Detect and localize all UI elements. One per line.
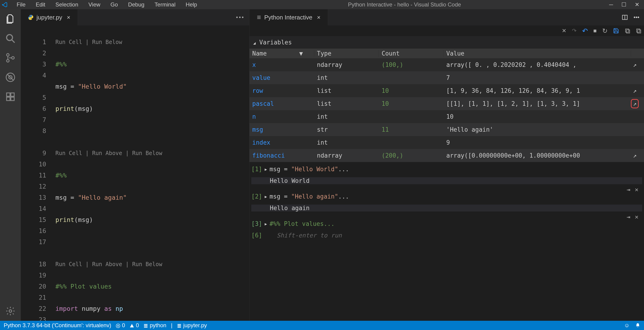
svg-line-1: [12, 40, 15, 43]
overflow-icon[interactable]: •••: [634, 14, 640, 21]
vscode-logo-icon: [0, 2, 9, 8]
menu-bar: File Edit Selection View Go Debug Termin…: [9, 1, 200, 9]
status-kernel[interactable]: python: [144, 322, 166, 328]
svg-point-11: [9, 310, 12, 312]
codelens-run-cell[interactable]: Run Cell | Run Above | Run Below: [56, 259, 249, 270]
interactive-toolbar: ✕ ↷ ↶ ■ ↻: [250, 26, 644, 36]
svg-rect-17: [626, 29, 629, 32]
tab-filename: jupyter.py: [36, 14, 62, 21]
input-placeholder[interactable]: Shift-enter to run: [277, 232, 342, 239]
variable-row[interactable]: pascallist10[[1], [1, 1], [1, 2, 1], [1,…: [250, 97, 644, 110]
cell-label: [6]: [251, 232, 262, 239]
split-editor-icon[interactable]: [622, 14, 628, 21]
svg-point-4: [12, 57, 14, 59]
explorer-icon[interactable]: [5, 14, 16, 24]
cell-label: [2]: [251, 193, 262, 200]
codelens-run-cell[interactable]: Run Cell | Run Above | Run Below: [56, 148, 249, 159]
menu-view[interactable]: View: [86, 1, 103, 9]
variable-row[interactable]: valueint7: [250, 71, 644, 84]
feedback-smiley-icon[interactable]: ☺: [624, 322, 630, 328]
close-window-icon[interactable]: ✕: [635, 2, 640, 8]
tab-label: Python Interactive: [264, 14, 312, 21]
menu-selection[interactable]: Selection: [53, 1, 81, 9]
show-variable-icon[interactable]: ↗: [633, 87, 636, 94]
menu-file[interactable]: File: [14, 1, 28, 9]
line-gutter: 1234 5678 9101112 1314151617 18192021222…: [21, 26, 56, 321]
tab-close-icon[interactable]: ×: [65, 14, 72, 21]
variable-row[interactable]: indexint9: [250, 136, 644, 149]
source-control-icon[interactable]: [5, 53, 16, 63]
maximize-icon[interactable]: ☐: [621, 2, 626, 8]
code-content[interactable]: Run Cell | Run Below #%% msg = "Hello Wo…: [56, 26, 249, 321]
editor-left-group: jupyter.py × ••• 1234 5678 9101112 13141…: [21, 9, 250, 321]
codelens-run-cell[interactable]: Run Cell | Run Below: [56, 37, 249, 48]
tab-overflow-icon[interactable]: •••: [78, 14, 249, 21]
restart-icon[interactable]: ↻: [602, 27, 608, 35]
editor-tab-jupyter[interactable]: jupyter.py ×: [21, 9, 78, 26]
save-icon[interactable]: [613, 28, 619, 34]
delete-cells-icon[interactable]: ✕: [562, 28, 566, 34]
python-file-icon: [28, 14, 34, 20]
menu-go[interactable]: Go: [108, 1, 120, 9]
goto-code-icon[interactable]: ⇥: [627, 213, 630, 220]
show-variable-icon[interactable]: ↗: [631, 99, 639, 108]
svg-rect-8: [11, 93, 14, 96]
expand-all-icon[interactable]: [624, 28, 630, 34]
debug-icon[interactable]: [5, 72, 16, 82]
menu-help[interactable]: Help: [183, 1, 200, 9]
menu-edit[interactable]: Edit: [33, 1, 48, 9]
code-editor[interactable]: 1234 5678 9101112 1314151617 18192021222…: [21, 26, 249, 321]
variables-columns[interactable]: Name ▼ Type Count Value: [250, 49, 644, 58]
tab-close-icon[interactable]: ×: [315, 14, 322, 21]
show-variable-icon[interactable]: ↗: [633, 61, 636, 68]
window-title: Python Interactive - hello - Visual Stud…: [200, 2, 609, 8]
cell-output: Hello World: [251, 177, 642, 184]
svg-rect-18: [626, 30, 630, 33]
cell-label: [3]: [251, 220, 262, 227]
status-bar: Python 3.7.3 64-bit ('Continuum': virtua…: [0, 321, 644, 330]
svg-rect-19: [638, 30, 641, 33]
tab-python-interactive[interactable]: Python Interactive ×: [250, 9, 328, 26]
menu-debug[interactable]: Debug: [125, 1, 147, 9]
title-bar: File Edit Selection View Go Debug Termin…: [0, 0, 644, 9]
redo-icon[interactable]: ↷: [572, 28, 576, 34]
svg-point-2: [7, 54, 9, 56]
status-python-env[interactable]: Python 3.7.3 64-bit ('Continuum': virtua…: [4, 322, 111, 328]
svg-point-3: [7, 60, 9, 62]
minimize-icon[interactable]: ─: [609, 2, 613, 8]
svg-rect-20: [636, 29, 640, 32]
variable-row[interactable]: fibonaccindarray(200,)array([0.00000000e…: [250, 149, 644, 162]
notifications-bell-icon[interactable]: [635, 323, 640, 328]
list-icon: [256, 15, 262, 20]
cell-output: Hello again: [251, 205, 642, 212]
extensions-icon[interactable]: [5, 92, 16, 102]
interrupt-icon[interactable]: ■: [594, 28, 597, 34]
delete-cell-icon[interactable]: ✕: [635, 186, 638, 193]
cell-label: [1]: [251, 166, 262, 173]
editor-right-group: Python Interactive × ••• ✕ ↷ ↶ ■ ↻: [250, 9, 644, 321]
search-icon[interactable]: [5, 33, 16, 44]
variables-header[interactable]: ◢ Variables: [250, 36, 644, 49]
settings-gear-icon[interactable]: [5, 306, 16, 316]
svg-point-0: [7, 35, 13, 41]
variable-row[interactable]: msgstr11'Hello again': [250, 123, 644, 136]
collapse-all-icon[interactable]: [636, 28, 641, 34]
undo-icon[interactable]: ↶: [582, 27, 588, 35]
status-file[interactable]: jupyter.py: [177, 322, 207, 328]
svg-rect-9: [7, 97, 10, 101]
interactive-output[interactable]: [1]▸ msg = "Hello World"... Hello World …: [250, 162, 644, 321]
delete-cell-icon[interactable]: ✕: [635, 213, 638, 220]
svg-rect-10: [11, 97, 14, 101]
activity-bar: [0, 9, 21, 321]
svg-rect-7: [7, 93, 10, 96]
variable-row[interactable]: rowlist10[1, 9, 36, 84, 126, 126, 84, 36…: [250, 84, 644, 97]
variables-panel: ◢ Variables Name ▼ Type Count Value xnda…: [250, 36, 644, 162]
show-variable-icon[interactable]: ↗: [633, 152, 636, 159]
status-problems[interactable]: 0 0: [116, 322, 139, 328]
variable-row[interactable]: xndarray(100,)array([ 0. , 0.2020202 , 0…: [250, 58, 644, 71]
menu-terminal[interactable]: Terminal: [152, 1, 178, 9]
goto-code-icon[interactable]: ⇥: [627, 186, 630, 193]
variable-row[interactable]: nint10: [250, 110, 644, 123]
